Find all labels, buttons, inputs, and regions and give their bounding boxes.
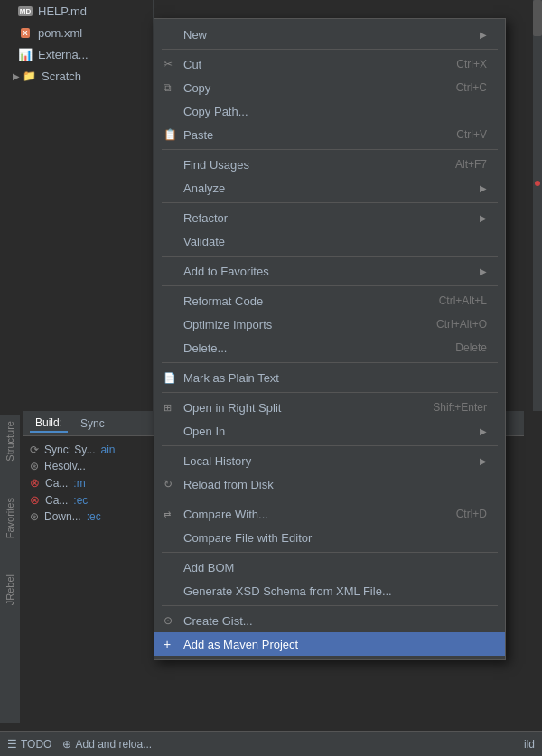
spin-icon-3: ⊛ [30, 510, 39, 523]
separator-11 [162, 605, 498, 606]
menu-item-add-favorites[interactable]: Add to Favorites ▶ [154, 259, 505, 283]
cut-icon: ✂ [164, 58, 173, 70]
context-menu: New ▶ ✂ Cut Ctrl+X ⧉ Copy Ctrl+C Copy Pa… [154, 18, 506, 660]
file-label-external: Externa... [38, 48, 89, 61]
arrow-icon-analyze: ▶ [480, 183, 487, 193]
split-icon: ⊞ [164, 402, 172, 414]
menu-item-local-history[interactable]: Local History ▶ [154, 449, 505, 472]
external-icon: 📊 [18, 47, 33, 61]
file-item-external[interactable]: 📊 Externa... [0, 43, 153, 65]
paste-icon: 📋 [164, 128, 177, 141]
menu-item-open-in[interactable]: Open In ▶ [154, 419, 505, 443]
build-suffix-ca1: :m [73, 477, 85, 490]
file-label-helpmd: HELP.md [38, 5, 87, 18]
add-reload-label: Add and reloa... [75, 738, 152, 751]
spin-icon-1: ⟳ [30, 443, 39, 456]
menu-item-compare-editor[interactable]: Compare File with Editor [154, 526, 505, 549]
tab-build[interactable]: Build: [30, 415, 68, 433]
build-suffix-label: ild [524, 738, 535, 751]
github-icon: ⊙ [164, 614, 173, 627]
build-text-ca2: Ca... [45, 494, 68, 507]
file-label-pomxml: pom.xml [38, 26, 82, 40]
separator-9 [162, 499, 498, 499]
reload-icon: ↻ [164, 478, 173, 490]
error-indicator [535, 181, 540, 186]
sidebar-label-structure[interactable]: Structure [5, 421, 15, 462]
folder-icon: 📁 [22, 69, 36, 83]
menu-item-paste[interactable]: 📋 Paste Ctrl+V [154, 123, 505, 146]
compare-icon: ⇄ [164, 509, 171, 519]
separator-3 [162, 202, 498, 203]
left-sidebar: Structure Favorites JRebel [0, 415, 20, 723]
file-item-helpmd[interactable]: MD HELP.md [0, 0, 153, 22]
separator-6 [162, 362, 498, 363]
mark-icon: 📄 [164, 372, 176, 384]
separator-1 [162, 49, 498, 50]
md-icon: MD [18, 4, 33, 18]
xml-icon: X [18, 25, 33, 40]
todo-icon: ☰ [7, 738, 17, 751]
menu-item-refactor[interactable]: Refactor ▶ [154, 206, 505, 229]
build-text-sync: Sync: Sy... [44, 443, 95, 456]
build-label-ain: ain [100, 443, 115, 456]
build-text-ca1: Ca... [45, 477, 68, 490]
separator-8 [162, 445, 498, 446]
file-item-scratch[interactable]: ▶ 📁 Scratch [0, 65, 153, 87]
build-suffix-ca2: :ec [73, 494, 88, 507]
menu-item-reload-disk[interactable]: ↻ Reload from Disk [154, 472, 505, 496]
menu-item-add-bom[interactable]: Add BOM [154, 555, 505, 579]
sidebar-label-jrebel[interactable]: JRebel [5, 574, 15, 605]
copy-icon: ⧉ [164, 81, 172, 94]
bottom-build-label: ild [524, 738, 535, 751]
spin-icon-2: ⊛ [30, 460, 39, 472]
menu-item-validate[interactable]: Validate [154, 229, 505, 253]
tab-sync[interactable]: Sync [75, 415, 110, 432]
arrow-icon-local-history: ▶ [480, 456, 487, 466]
menu-item-mark-plain-text[interactable]: 📄 Mark as Plain Text [154, 366, 505, 389]
menu-item-create-gist[interactable]: ⊙ Create Gist... [154, 609, 505, 632]
scroll-thumb[interactable] [533, 0, 542, 36]
separator-4 [162, 256, 498, 257]
menu-item-cut[interactable]: ✂ Cut Ctrl+X [154, 52, 505, 76]
build-suffix-down: :ec [87, 510, 101, 523]
add-reload-icon: ⊕ [62, 738, 71, 751]
plus-icon: + [164, 637, 171, 651]
menu-item-compare-with[interactable]: ⇄ Compare With... Ctrl+D [154, 502, 505, 526]
scrollbar[interactable] [533, 0, 542, 411]
menu-item-delete[interactable]: Delete... Delete [154, 336, 505, 359]
separator-10 [162, 552, 498, 553]
bottom-todo[interactable]: ☰ TODO [7, 738, 51, 751]
menu-item-new[interactable]: New ▶ [154, 23, 505, 46]
error-icon-1: ⊗ [30, 476, 40, 490]
menu-item-reformat-code[interactable]: Reformat Code Ctrl+Alt+L [154, 289, 505, 313]
error-icon-2: ⊗ [30, 493, 40, 507]
build-text-down: Down... [44, 510, 81, 523]
arrow-icon: ▶ [480, 30, 487, 40]
file-item-pomxml[interactable]: X pom.xml [0, 22, 153, 43]
separator-2 [162, 149, 498, 150]
menu-item-copy[interactable]: ⧉ Copy Ctrl+C [154, 76, 505, 99]
bottom-bar: ☰ TODO ⊕ Add and reloa... ild [0, 731, 542, 756]
file-label-scratch: Scratch [42, 70, 81, 83]
menu-item-generate-xsd[interactable]: Generate XSD Schema from XML File... [154, 579, 505, 602]
menu-item-copy-path[interactable]: Copy Path... [154, 99, 505, 123]
arrow-icon-open-in: ▶ [480, 426, 487, 436]
separator-5 [162, 285, 498, 286]
separator-7 [162, 392, 498, 393]
arrow-icon-favorites: ▶ [480, 266, 487, 276]
sidebar-label-favorites[interactable]: Favorites [5, 498, 15, 538]
menu-item-open-right-split[interactable]: ⊞ Open in Right Split Shift+Enter [154, 396, 505, 419]
collapse-chevron: ▶ [13, 71, 20, 81]
build-text-resolv: Resolv... [44, 460, 86, 472]
menu-item-find-usages[interactable]: Find Usages Alt+F7 [154, 153, 505, 176]
menu-item-optimize-imports[interactable]: Optimize Imports Ctrl+Alt+O [154, 313, 505, 336]
todo-label: TODO [21, 738, 51, 751]
menu-item-analyze[interactable]: Analyze ▶ [154, 176, 505, 200]
menu-item-add-maven[interactable]: + Add as Maven Project [154, 632, 505, 656]
arrow-icon-refactor: ▶ [480, 213, 487, 223]
bottom-add-reload[interactable]: ⊕ Add and reloa... [62, 738, 152, 751]
